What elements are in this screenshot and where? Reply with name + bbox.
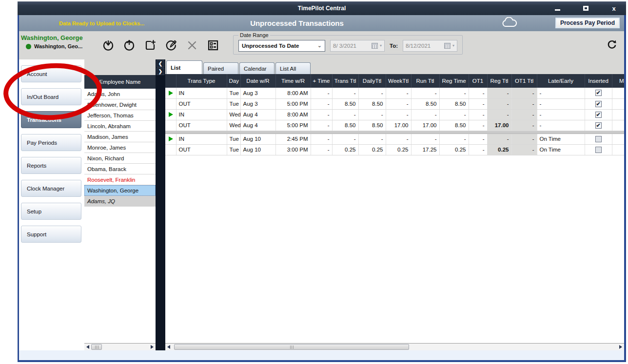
from-date-picker[interactable]: 8/ 3/2021 ▾ (330, 40, 385, 52)
column-header-mo[interactable]: Mo (612, 74, 624, 88)
sidebar-item-account[interactable]: Account (21, 65, 81, 82)
cell-weekttl: - (386, 134, 411, 144)
employee-list-item[interactable]: Obama, Barack (84, 164, 156, 174)
cell-dailyttl: 8.50 (358, 120, 386, 131)
minimize-button[interactable] (552, 3, 563, 13)
cell-late-early: On Time (537, 134, 585, 144)
employee-list-item[interactable]: Washington, George (84, 185, 156, 196)
to-date-picker[interactable]: 8/12/2021 ▾ (403, 40, 457, 52)
column-header-ot1[interactable]: OT1 (469, 74, 487, 88)
tab-calendar[interactable]: Calendar (239, 62, 275, 74)
employee-list-item[interactable]: Eisenhower, Dwight (84, 99, 156, 110)
transaction-row[interactable]: OUTTueAug 103:00 PM-0.250.250.2517.250.2… (165, 144, 624, 155)
transaction-row[interactable]: OUTTueAug 35:00 PM-8.508.50-8.508.50----… (165, 98, 624, 109)
column-header-reg-time[interactable]: Reg Time (439, 74, 469, 88)
employee-list-item[interactable]: Nixon, Richard (84, 153, 156, 164)
cell-mo (612, 144, 624, 155)
transaction-row[interactable]: OUTWedAug 45:00 PM-8.508.5017.0017.008.5… (165, 120, 624, 131)
date-range-group: Date Range Unprocessed To Date ⌄ 8/ 3/20… (233, 32, 463, 55)
sidebar-item-reports[interactable]: Reports (21, 157, 81, 174)
scroll-right-button[interactable] (617, 344, 624, 351)
titlebar: TimePilot Central x (18, 1, 626, 15)
column-header-late-early[interactable]: Late/Early (537, 74, 585, 88)
cell-day: Wed (227, 120, 240, 131)
employee-list-item[interactable]: Adams, JQ (84, 196, 156, 207)
cell-reg-ttl: - (487, 134, 511, 144)
expand-panel-button[interactable]: ❯ (157, 68, 164, 75)
checkbox-unchecked-icon[interactable] (595, 136, 602, 142)
status-dot-icon (26, 44, 31, 49)
employee-list-hscrollbar[interactable] (84, 343, 156, 350)
tab-paired[interactable]: Paired (203, 62, 238, 74)
cell-mo (612, 88, 624, 98)
close-button[interactable]: x (608, 3, 619, 13)
checkbox-checked-icon[interactable]: ✔ (595, 90, 602, 96)
checkbox-unchecked-icon[interactable] (595, 147, 602, 153)
column-header-weekttl[interactable]: WeekTtl (386, 74, 411, 88)
collapse-panel-button[interactable]: ❮ (157, 60, 164, 67)
cell-day: Wed (227, 109, 240, 120)
toolbar: Washington, George Washington, Geo... (19, 31, 624, 59)
clock-out-button[interactable] (123, 39, 136, 52)
edit-transaction-button[interactable] (165, 39, 177, 52)
tab-list[interactable]: List (166, 60, 202, 74)
column-header-inserted[interactable]: Inserted (585, 74, 612, 88)
checkbox-checked-icon[interactable]: ✔ (595, 112, 602, 118)
column-header-ot1-ttl[interactable]: OT1 Ttl (511, 74, 537, 88)
scrollbar-thumb[interactable] (174, 344, 409, 350)
transaction-row[interactable]: INTueAug 102:45 PM---------On Time (165, 134, 624, 144)
column-header-trans-type[interactable]: Trans Type (176, 74, 227, 88)
column-header-date-w-r[interactable]: Date w/R (240, 74, 275, 88)
maximize-button[interactable] (580, 3, 591, 13)
cell-dailyttl: 8.50 (358, 98, 386, 109)
checkbox-checked-icon[interactable]: ✔ (595, 122, 602, 129)
cell-trans-type: OUT (176, 120, 227, 131)
cloud-icon[interactable] (501, 17, 518, 29)
column-header-reg-ttl[interactable]: Reg Ttl (487, 74, 511, 88)
date-range-preset-dropdown[interactable]: Unprocessed To Date ⌄ (238, 40, 325, 52)
to-date-value: 8/12/2021 (406, 43, 442, 49)
column-header--time[interactable]: + Time (311, 74, 332, 88)
clock-in-button[interactable] (102, 39, 115, 52)
employee-list-item[interactable]: Roosevelt, Franklin (84, 174, 156, 185)
sidebar-item-pay-periods[interactable]: Pay Periods (21, 134, 81, 151)
column-header-day[interactable]: Day (227, 74, 240, 88)
row-marker-cell (165, 144, 176, 155)
column-header-run-ttl[interactable]: Run Ttl (411, 74, 439, 88)
process-pay-period-button[interactable]: Process Pay Period (555, 17, 620, 29)
column-header-time-w-r[interactable]: Time w/R (275, 74, 311, 88)
scroll-right-button[interactable] (149, 344, 156, 351)
scroll-left-button[interactable] (84, 344, 91, 351)
employee-list-item[interactable]: Jefferson, Thomas (84, 110, 156, 121)
employee-list-item[interactable]: Monroe, James (84, 142, 156, 153)
cell-ot1: - (469, 88, 487, 98)
delete-transaction-button[interactable] (186, 39, 198, 52)
sidebar-item-clock-manager[interactable]: Clock Manager (21, 180, 81, 197)
employee-list-item[interactable]: Adams, John (84, 89, 156, 99)
cell-inserted: ✔ (585, 109, 612, 120)
view-options-button[interactable] (207, 39, 219, 52)
refresh-button[interactable] (607, 39, 617, 50)
column-header-marker[interactable] (165, 74, 176, 88)
cell-late-early: - (537, 98, 585, 109)
cell-late-early: - (537, 109, 585, 120)
cell-inserted: ✔ (585, 120, 612, 131)
checkbox-checked-icon[interactable]: ✔ (595, 101, 602, 107)
sidebar-item-support[interactable]: Support (21, 226, 81, 243)
sidebar-item-in-out-board[interactable]: In/Out Board (21, 88, 81, 105)
cell-run-ttl: - (411, 109, 439, 120)
column-header-dailyttl[interactable]: DailyTtl (358, 74, 386, 88)
employee-list-item[interactable]: Lincoln, Abraham (84, 121, 156, 132)
add-transaction-button[interactable] (144, 39, 157, 52)
transaction-row[interactable]: INWedAug 48:00 AM----------✔ (165, 109, 624, 120)
sidebar-item-setup[interactable]: Setup (21, 203, 81, 220)
table-hscrollbar[interactable] (165, 343, 624, 350)
scroll-left-button[interactable] (165, 344, 172, 351)
scrollbar-thumb[interactable] (91, 344, 102, 350)
sidebar-item-transactions[interactable]: Transactions (21, 111, 81, 128)
column-header-trans-ttl[interactable]: Trans Ttl (332, 74, 358, 88)
tab-list-all[interactable]: List All (275, 62, 311, 74)
employee-list-item[interactable]: Madison, James (84, 132, 156, 142)
transaction-row[interactable]: INTueAug 38:00 AM----------✔ (165, 88, 624, 98)
transactions-table: Trans TypeDayDate w/RTime w/R+ TimeTrans… (165, 74, 624, 155)
